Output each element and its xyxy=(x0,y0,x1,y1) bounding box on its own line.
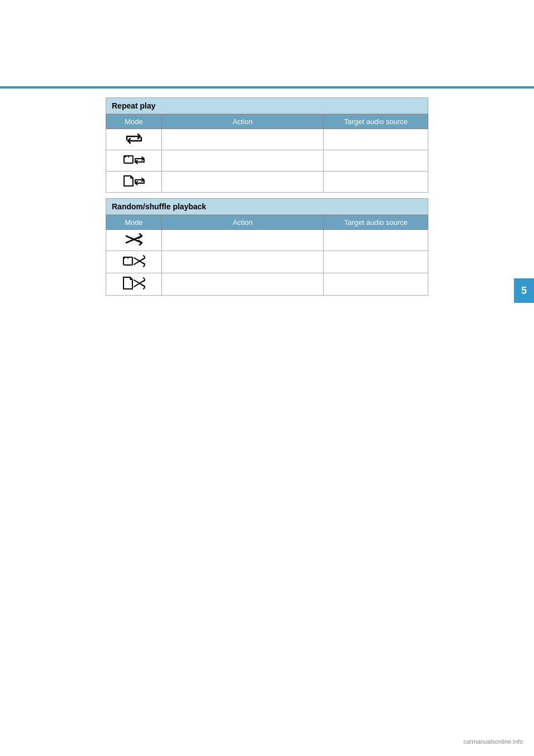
repeat-row-3-mode xyxy=(106,171,162,193)
repeat-file-icon xyxy=(123,180,145,189)
svg-marker-7 xyxy=(123,277,132,289)
repeat-row-1-mode xyxy=(106,129,162,150)
repeat-folder-icon xyxy=(123,159,145,168)
repeat-col-mode: Mode xyxy=(106,115,162,129)
footer-logo: carmanualsonline.info xyxy=(463,738,523,745)
repeat-col-action: Action xyxy=(162,115,324,129)
repeat-row-2-mode xyxy=(106,150,162,171)
shuffle-row-2-mode xyxy=(106,251,162,273)
shuffle-all-icon xyxy=(125,239,143,247)
top-bar xyxy=(0,86,534,89)
shuffle-row-2-action xyxy=(162,251,324,273)
shuffle-file-icon xyxy=(123,283,145,292)
main-content: Repeat play Mode Action Target audio sou… xyxy=(106,97,428,296)
repeat-row-2 xyxy=(106,150,428,171)
shuffle-row-1-target xyxy=(324,230,428,251)
repeat-row-2-action xyxy=(162,150,324,171)
page-number: 5 xyxy=(521,285,527,297)
shuffle-folder-icon xyxy=(123,261,145,269)
repeat-row-3-target xyxy=(324,171,428,193)
shuffle-col-action: Action xyxy=(162,215,324,230)
shuffle-row-1-mode xyxy=(106,230,162,251)
shuffle-row-3-target xyxy=(324,273,428,296)
repeat-row-1-action xyxy=(162,129,324,150)
repeat-col-target: Target audio source xyxy=(324,115,428,129)
repeat-row-1 xyxy=(106,129,428,150)
shuffle-row-3-mode xyxy=(106,273,162,296)
page-number-tab: 5 xyxy=(514,278,534,303)
shuffle-col-mode: Mode xyxy=(106,215,162,230)
shuffle-table: Mode Action Target audio source xyxy=(106,215,428,296)
shuffle-row-1-action xyxy=(162,230,324,251)
repeat-row-3-action xyxy=(162,171,324,193)
repeat-row-1-target xyxy=(324,129,428,150)
section-gap xyxy=(106,193,428,198)
page: 5 Repeat play Mode Action Target audio s… xyxy=(0,0,534,756)
svg-marker-1 xyxy=(124,176,133,186)
repeat-all-icon xyxy=(125,138,143,146)
repeat-table: Mode Action Target audio source xyxy=(106,114,428,193)
repeat-row-3 xyxy=(106,171,428,193)
repeat-section-header: Repeat play xyxy=(106,97,428,114)
shuffle-row-3 xyxy=(106,273,428,296)
shuffle-row-2-target xyxy=(324,251,428,273)
shuffle-section-header: Random/shuffle playback xyxy=(106,198,428,215)
shuffle-row-3-action xyxy=(162,273,324,296)
shuffle-col-target: Target audio source xyxy=(324,215,428,230)
repeat-row-2-target xyxy=(324,150,428,171)
shuffle-row-2 xyxy=(106,251,428,273)
shuffle-row-1 xyxy=(106,230,428,251)
